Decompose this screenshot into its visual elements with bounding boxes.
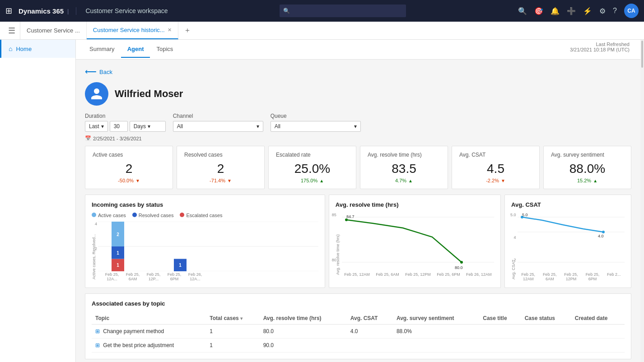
csat-chart-inner: 5.0 4 2 <box>518 213 625 281</box>
search-icon[interactable]: 🔍 <box>518 7 527 15</box>
table-header-row: Topic Total cases ▾ Avg. resolve time (h… <box>92 312 625 325</box>
apps-icon[interactable]: ⊞ <box>5 6 12 16</box>
tab-bar: ☰ Customer Service ... Customer Service … <box>0 22 644 40</box>
metric-title: Avg. survey sentiment <box>551 152 624 158</box>
bar-chart-area: Active cases, Resolved... 4 2 <box>92 222 318 281</box>
legend-active: Active cases <box>92 213 126 218</box>
resolve-line-svg: 84.7 80.0 <box>342 213 494 271</box>
person-icon <box>90 87 103 101</box>
csat-chart-title: Avg. CSAT <box>511 201 625 208</box>
charts-row: Incoming cases by status Active cases Re… <box>85 195 631 288</box>
queue-filter: Queue All ▾ <box>271 113 361 132</box>
metric-value: 83.5 <box>368 162 440 176</box>
duration-controls: Last ▾ Days ▾ <box>85 121 166 132</box>
table-header: Topic Total cases ▾ Avg. resolve time (h… <box>92 312 625 325</box>
scrollbar[interactable] <box>640 40 644 362</box>
tab-historic[interactable]: Customer Service historic... ✕ <box>87 22 178 39</box>
x-label-4: Feb 25, 6PM <box>164 272 185 281</box>
queue-select[interactable]: All ▾ <box>271 121 361 132</box>
help-icon[interactable]: ? <box>613 7 617 15</box>
csat-line-svg: 5.0 4.0 <box>518 213 625 271</box>
channel-filter: Channel All ▾ <box>173 113 263 132</box>
csat-chart-area: Avg. CSAT 5.0 4 2 <box>511 213 625 281</box>
global-search[interactable]: 🔍 <box>283 8 290 14</box>
svg-point-15 <box>460 261 463 264</box>
tab-add-button[interactable]: ＋ <box>178 22 196 39</box>
sidebar: ⌂ Home <box>0 40 76 362</box>
tab-agent[interactable]: Agent <box>121 41 150 58</box>
cell-topic: ⊞ Change payment method <box>92 325 206 339</box>
metric-avg-survey: Avg. survey sentiment 88.0% 15.2% ▲ <box>543 146 631 189</box>
legend-resolved: Resolved cases <box>132 213 174 218</box>
cell-csat: 4.0 <box>347 325 393 339</box>
col-case-title: Case title <box>479 312 521 325</box>
svg-text:1: 1 <box>117 263 119 268</box>
bar-chart-legend: Active cases Resolved cases Escalated ca… <box>92 213 318 218</box>
table-row: ⊞ Get the best price adjustment 1 90.0 <box>92 339 625 353</box>
chevron-down-icon: ▾ <box>148 123 150 130</box>
last-refreshed-value: 3/21/2021 10:18 PM (UTC) <box>570 47 630 52</box>
back-label: Back <box>99 69 112 75</box>
metric-active-cases: Active cases 2 -50.0% ▼ <box>85 146 173 189</box>
resolve-chart-inner: 85 80 <box>342 213 494 277</box>
cell-total: 1 <box>206 339 259 353</box>
duration-unit-select[interactable]: Days ▾ <box>130 121 166 132</box>
metric-cards: Active cases 2 -50.0% ▼ Resolved cases 2… <box>85 146 631 189</box>
metric-title: Active cases <box>93 152 165 158</box>
filters-row: Duration Last ▾ Days ▾ Channe <box>85 113 631 132</box>
metric-title: Resolved cases <box>184 152 257 158</box>
bar-chart-svg: 1 1 2 1 <box>98 222 318 271</box>
metric-change: 4.7% ▲ <box>368 178 440 183</box>
bell-icon[interactable]: 🔔 <box>551 7 560 15</box>
cell-resolve: 90.0 <box>260 339 347 353</box>
csat-y-axis: 5.0 4 2 <box>510 213 516 262</box>
tab-close-icon[interactable]: ✕ <box>168 27 172 33</box>
back-button[interactable]: ⟵ Back <box>85 67 631 77</box>
settings-icon[interactable]: ⚙ <box>599 7 606 15</box>
sidebar-item-home[interactable]: ⌂ Home <box>0 40 75 58</box>
brand-name: Dynamics 365 <box>19 7 64 15</box>
spacer: 🔍 <box>173 5 514 17</box>
duration-label: Duration <box>85 113 166 119</box>
scrollbar-thumb[interactable] <box>641 41 643 68</box>
y-axis-labels: 4 2 <box>95 222 97 271</box>
metric-value: 88.0% <box>551 162 624 176</box>
metric-change: 15.2% ▲ <box>551 178 624 183</box>
x-label-3: Feb 25, 12P... <box>143 272 164 281</box>
metric-resolved-cases: Resolved cases 2 -71.4% ▼ <box>177 146 265 189</box>
resolve-chart-card: Avg. resolve time (hrs) Avg. resolve tim… <box>329 195 501 288</box>
tab-topics[interactable]: Topics <box>150 41 179 58</box>
metric-avg-resolve: Avg. resolve time (hrs) 83.5 4.7% ▲ <box>360 146 448 189</box>
duration-value-input[interactable] <box>110 121 128 132</box>
expand-icon[interactable]: ⊞ <box>95 342 100 348</box>
cell-created-date <box>571 339 625 353</box>
target-icon[interactable]: 🎯 <box>534 7 543 15</box>
expand-icon[interactable]: ⊞ <box>95 328 100 334</box>
tab-bar-menu[interactable]: ☰ <box>4 22 20 39</box>
tab-customer-service[interactable]: Customer Service ... <box>20 22 87 39</box>
associated-cases-card: Associated cases by topic Topic Total ca… <box>85 293 631 359</box>
top-bar: ⊞ Dynamics 365 | Customer Service worksp… <box>0 0 644 22</box>
brand: Dynamics 365 | <box>19 7 76 15</box>
user-avatar[interactable]: CA <box>624 4 639 18</box>
agent-avatar <box>85 82 108 106</box>
chevron-down-icon: ▾ <box>354 123 357 130</box>
bar-chart-inner: 4 2 <box>98 222 318 281</box>
duration-filter: Duration Last ▾ Days ▾ <box>85 113 166 132</box>
plus-icon[interactable]: ➕ <box>567 7 576 15</box>
csat-chart-card: Avg. CSAT Avg. CSAT 5.0 4 2 <box>504 195 631 288</box>
channel-select[interactable]: All ▾ <box>173 121 263 132</box>
filter-icon[interactable]: ⚡ <box>583 7 592 15</box>
col-topic: Topic <box>92 312 206 325</box>
table-row: ⊞ Change payment method 1 80.0 4.0 88.0% <box>92 325 625 339</box>
nav-tabs-bar: Summary Agent Topics Last Refreshed 3/21… <box>76 40 640 60</box>
tab-summary[interactable]: Summary <box>83 41 121 58</box>
col-total-cases[interactable]: Total cases ▾ <box>206 312 259 325</box>
down-arrow-icon: ▼ <box>227 178 232 183</box>
col-avg-resolve: Avg. resolve time (hrs) <box>260 312 347 325</box>
svg-text:1: 1 <box>117 251 119 255</box>
down-arrow-icon: ▼ <box>135 178 140 183</box>
duration-preset-select[interactable]: Last ▾ <box>85 121 108 132</box>
metric-title: Escalated rate <box>276 152 349 158</box>
topbar-icons: 🔍 🎯 🔔 ➕ ⚡ ⚙ ? CA <box>518 4 639 18</box>
